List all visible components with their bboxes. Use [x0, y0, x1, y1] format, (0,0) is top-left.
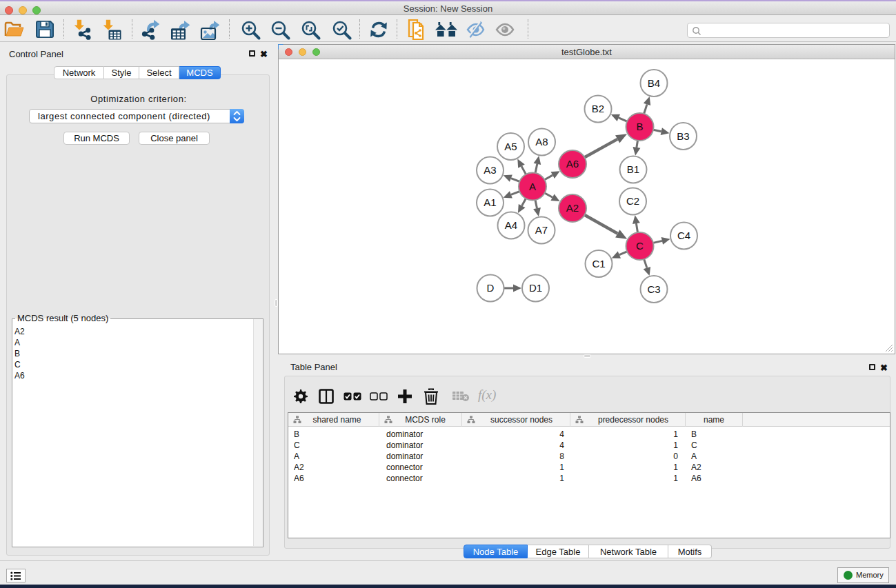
- svg-text:A4: A4: [505, 219, 517, 231]
- svg-text:C: C: [636, 240, 644, 252]
- svg-text:D: D: [487, 282, 495, 294]
- svg-text:B: B: [636, 121, 643, 132]
- svg-text:D1: D1: [529, 282, 542, 294]
- svg-text:A1: A1: [484, 196, 496, 208]
- svg-text:A2: A2: [566, 202, 579, 214]
- svg-text:C1: C1: [592, 258, 605, 270]
- svg-text:A: A: [529, 181, 536, 192]
- svg-text:B1: B1: [627, 163, 639, 175]
- svg-text:B3: B3: [677, 130, 689, 142]
- svg-text:C3: C3: [647, 283, 660, 295]
- svg-text:B4: B4: [648, 77, 660, 89]
- svg-text:C4: C4: [677, 230, 690, 241]
- svg-text:C2: C2: [626, 195, 639, 207]
- svg-text:A3: A3: [484, 164, 496, 176]
- svg-text:A5: A5: [504, 141, 517, 152]
- svg-text:A6: A6: [566, 158, 579, 170]
- svg-text:A8: A8: [535, 136, 548, 148]
- svg-text:A7: A7: [535, 224, 548, 236]
- svg-text:B2: B2: [592, 103, 604, 114]
